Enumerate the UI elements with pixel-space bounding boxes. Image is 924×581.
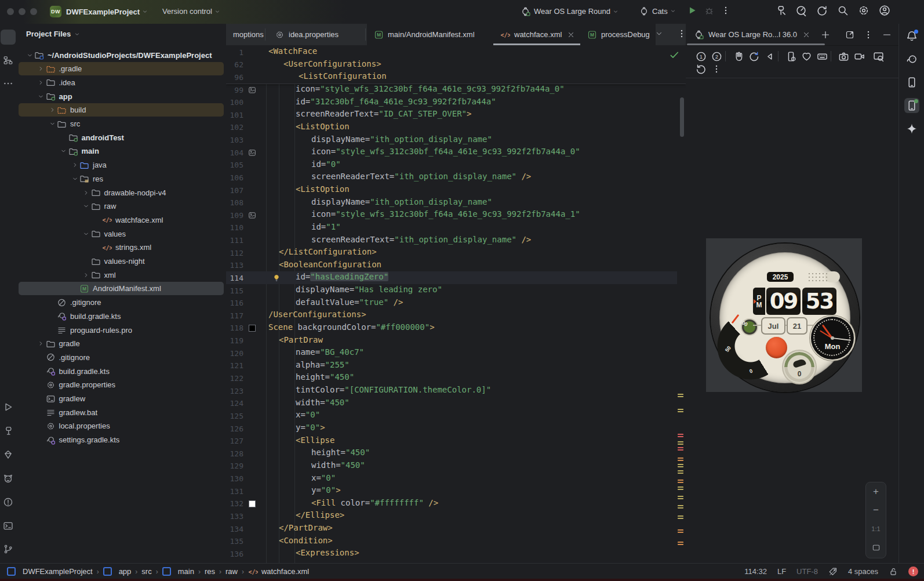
unlock-icon[interactable]	[889, 567, 898, 576]
tree-item-build.gradle.kts[interactable]: build.gradle.kts	[17, 309, 226, 323]
reset-icon[interactable]	[694, 62, 708, 76]
chevron-right-icon[interactable]	[82, 270, 91, 279]
chevron-right-icon[interactable]	[37, 78, 46, 87]
code-line-136[interactable]: 136<Expressions>	[226, 547, 686, 560]
tool-button-structure[interactable]	[1, 53, 16, 68]
code-line-102[interactable]: 102<ListOption	[226, 121, 686, 134]
code-line-106[interactable]: 106screenReaderText="ith_option_display_…	[226, 171, 686, 184]
code-line-107[interactable]: 107<ListOption	[226, 184, 686, 197]
code-line-117[interactable]: 117/UserConfigurations>	[226, 309, 686, 322]
header-scroll-indicator[interactable]	[687, 43, 825, 45]
code-line-111[interactable]: 111screenReaderText="ith_option_display_…	[226, 234, 686, 247]
code-line-132[interactable]: 132<Fill color="#ffffffff" />	[226, 498, 686, 510]
code-line-105[interactable]: 105id="0"	[226, 159, 686, 172]
inspections-ok-icon[interactable]	[669, 50, 679, 60]
screen-zoom-icon[interactable]	[871, 49, 885, 63]
tree-item-gradlew[interactable]: gradlew	[17, 392, 226, 406]
breadcrumb-app[interactable]: app	[103, 567, 132, 576]
code-line-135[interactable]: 135<Condition>	[226, 535, 686, 548]
tab-watchface.xml[interactable]: </>watchface.xml	[493, 24, 580, 45]
code-line-104[interactable]: 104icon="style_wfs_312c30bf_f64a_461e_9c…	[226, 146, 686, 159]
image-preview-icon[interactable]	[247, 148, 257, 157]
code-line-123[interactable]: 123tintColor="[CONFIGURATION.themeColor.…	[226, 384, 686, 397]
breadcrumb-watchface.xml[interactable]: </>watchface.xml	[248, 567, 309, 576]
error-stripe-mark[interactable]	[678, 457, 683, 461]
avatar-icon[interactable]	[879, 5, 890, 16]
file-encoding[interactable]: UTF-8	[796, 567, 818, 576]
tree-item-gradlew.bat[interactable]: gradlew.bat	[17, 405, 226, 419]
code-line-101[interactable]: 101screenReaderText="ID_CAT_STEP_OVER">	[226, 108, 686, 121]
tree-item-res[interactable]: res	[17, 172, 226, 186]
heart-icon[interactable]	[799, 49, 813, 63]
caret-position[interactable]: 114:32	[744, 567, 767, 576]
breadcrumb-raw[interactable]: raw	[225, 567, 238, 576]
editor-scrollbar[interactable]	[680, 97, 684, 137]
sticky-line-1[interactable]: 1<WatchFace	[226, 46, 686, 59]
tool-button-problems[interactable]	[1, 495, 16, 510]
color-swatch-white-icon[interactable]	[247, 499, 257, 509]
more-actions-icon[interactable]	[721, 6, 730, 15]
error-stripe-mark[interactable]	[678, 529, 683, 533]
tool-button-more-tools[interactable]	[1, 76, 16, 91]
tree-item-build[interactable]: build	[17, 103, 226, 117]
back-tri-icon[interactable]	[762, 49, 776, 63]
tree-item-main[interactable]: main	[17, 144, 226, 158]
code-line-114[interactable]: 114id="hasLeadingZero"	[226, 271, 686, 284]
rotate-icon[interactable]	[747, 49, 761, 63]
tree-item-drawable-nodpi-v4[interactable]: drawable-nodpi-v4	[17, 186, 226, 199]
error-stripe-mark[interactable]	[678, 496, 683, 499]
chevron-right-icon[interactable]	[37, 64, 46, 74]
tree-item-src[interactable]: src	[17, 117, 226, 131]
breadcrumb-main[interactable]: main	[162, 567, 194, 576]
zoom-out-button[interactable]: −	[866, 501, 886, 520]
camera-icon[interactable]	[836, 49, 850, 63]
project-view-selector[interactable]: Project Files	[26, 30, 80, 38]
macos-traffic-lights[interactable]	[7, 8, 42, 15]
error-stripe-mark[interactable]	[678, 441, 683, 445]
build-hammer-icon[interactable]	[774, 5, 786, 16]
code-line-103[interactable]: 103displayName="ith_option_display_name"	[226, 134, 686, 147]
tab-idea.properties[interactable]: idea.properties	[268, 24, 365, 45]
sticky-line-62[interactable]: 62<UserConfigurations>	[226, 59, 686, 71]
error-highlight-badge[interactable]: !	[908, 567, 918, 576]
breadcrumb-res[interactable]: res	[205, 567, 215, 576]
settings-gear-icon[interactable]	[858, 5, 870, 16]
close-icon[interactable]	[567, 31, 575, 39]
code-line-118[interactable]: 118Scene backgroundColor="#ff000000">	[226, 322, 686, 335]
code-line-109[interactable]: 109icon="style_wfs_312c30bf_f64a_461e_9c…	[226, 209, 686, 221]
code-line-125[interactable]: 125x="0"	[226, 409, 686, 422]
run-config-selector[interactable]: Cats	[639, 6, 676, 16]
add-device-tab-icon[interactable]	[821, 30, 830, 39]
code-line-110[interactable]: 110id="1"	[226, 221, 686, 234]
error-stripe-mark[interactable]	[678, 447, 683, 451]
code-line-129[interactable]: 129width="450"	[226, 460, 686, 473]
chevron-down-icon[interactable]	[48, 119, 57, 129]
tree-item-settings.gradle.kts[interactable]: settings.gradle.kts	[17, 433, 226, 447]
tool-button-app-quality-insights[interactable]	[1, 447, 16, 462]
chevron-right-icon[interactable]	[70, 161, 79, 170]
tree-item-watchface.xml[interactable]: </>watchface.xml	[17, 213, 226, 227]
search-icon[interactable]	[837, 5, 849, 16]
tab-processdebug[interactable]: MprocessDebug	[580, 24, 656, 45]
error-stripe-mark[interactable]	[678, 464, 683, 467]
tool-button-device-manager[interactable]	[904, 75, 919, 90]
code-line-122[interactable]: 122height="450"	[226, 372, 686, 384]
code-line-112[interactable]: 112</ListConfiguration>	[226, 246, 686, 259]
chevron-down-icon[interactable]	[37, 92, 46, 101]
profiler-icon[interactable]	[795, 5, 807, 16]
kebab-icon[interactable]	[710, 62, 723, 76]
tree-item-app[interactable]: app	[17, 89, 226, 103]
code-line-130[interactable]: 130x="0"	[226, 473, 686, 485]
chevron-down-icon[interactable]	[82, 229, 91, 238]
device-display[interactable]: 2025 PM 09 53 Jul 21	[706, 238, 862, 392]
fit-to-window-icon[interactable]	[866, 538, 886, 557]
stop-button-disabled[interactable]	[704, 6, 714, 16]
code-line-120[interactable]: 120name="BG_40c7"	[226, 347, 686, 360]
code-line-134[interactable]: 134</PartDraw>	[226, 522, 686, 535]
chevron-down-icon[interactable]	[82, 202, 91, 211]
chevron-right-icon[interactable]	[37, 339, 46, 348]
close-window-icon[interactable]	[7, 8, 14, 15]
tool-button-logcat[interactable]	[1, 471, 16, 486]
hide-panel-icon[interactable]	[882, 30, 892, 39]
tree-item-androidtest[interactable]: androidTest	[17, 130, 226, 144]
